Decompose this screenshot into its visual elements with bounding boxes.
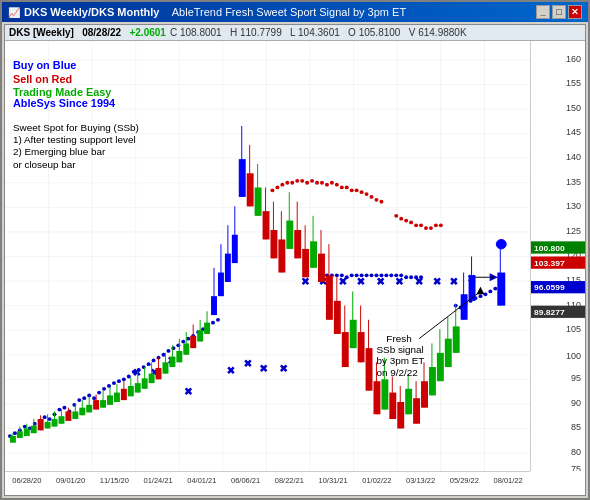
svg-point-125 xyxy=(394,214,398,218)
chart-ohlcv: C 108.8001 H 110.7799 L 104.3601 O 105.8… xyxy=(170,27,467,38)
minimize-button[interactable]: _ xyxy=(536,5,550,19)
chart-area: × × × × × × × × × × × × × × × × × xyxy=(5,41,585,489)
high-label: H xyxy=(230,27,237,38)
svg-text:Trading Made Easy: Trading Made Easy xyxy=(13,86,112,98)
svg-point-85 xyxy=(389,273,393,277)
x-label-5: 04/01/21 xyxy=(187,476,216,485)
chart-change: +2.0601 xyxy=(129,27,165,38)
svg-point-50 xyxy=(117,379,121,383)
close-button[interactable]: ✕ xyxy=(568,5,582,19)
legend-overlay: Buy on Blue Sell on Red Trading Made Eas… xyxy=(13,60,139,170)
svg-point-112 xyxy=(320,181,324,185)
svg-rect-224 xyxy=(247,173,254,206)
svg-text:Sweet Spot for Buying (SSb): Sweet Spot for Buying (SSb) xyxy=(13,122,139,133)
high-value: 110.7799 xyxy=(240,27,282,38)
svg-rect-246 xyxy=(334,301,341,334)
svg-text:85: 85 xyxy=(571,423,581,433)
svg-rect-278 xyxy=(461,294,468,320)
resistance-dots-red xyxy=(270,179,442,230)
svg-rect-164 xyxy=(38,419,44,430)
svg-rect-174 xyxy=(72,411,78,419)
svg-text:125: 125 xyxy=(566,226,581,236)
svg-point-74 xyxy=(335,273,339,277)
svg-rect-274 xyxy=(445,339,452,367)
svg-text:×: × xyxy=(377,275,383,287)
svg-text:×: × xyxy=(416,275,422,287)
svg-rect-242 xyxy=(318,254,325,282)
svg-text:by 3pm ET: by 3pm ET xyxy=(376,355,424,366)
x-label-11: 05/29/22 xyxy=(450,476,479,485)
svg-rect-202 xyxy=(169,357,175,367)
svg-text:103.397: 103.397 xyxy=(534,259,565,268)
x-label-3: 11/15/20 xyxy=(100,476,129,485)
svg-point-108 xyxy=(300,179,304,183)
vol-label: V xyxy=(409,27,416,38)
svg-point-106 xyxy=(290,181,294,185)
svg-point-134 xyxy=(439,223,443,227)
svg-rect-212 xyxy=(204,323,210,334)
open-value: 105.8100 xyxy=(359,27,401,38)
x-label-1: 06/28/20 xyxy=(12,476,41,485)
svg-point-118 xyxy=(350,188,354,192)
svg-text:×: × xyxy=(396,275,402,287)
svg-text:140: 140 xyxy=(566,152,581,162)
maximize-button[interactable]: □ xyxy=(552,5,566,19)
svg-text:Buy on Blue: Buy on Blue xyxy=(13,60,77,72)
svg-point-47 xyxy=(102,387,106,391)
x-label-8: 10/31/21 xyxy=(319,476,348,485)
x-axis: 06/28/20 09/01/20 11/15/20 01/24/21 04/0… xyxy=(5,471,530,489)
svg-text:135: 135 xyxy=(566,177,581,187)
svg-text:160: 160 xyxy=(566,54,581,64)
svg-rect-252 xyxy=(358,332,365,362)
svg-point-110 xyxy=(310,179,314,183)
svg-rect-192 xyxy=(135,383,141,392)
svg-point-126 xyxy=(399,217,403,221)
svg-rect-260 xyxy=(389,393,396,419)
svg-point-84 xyxy=(384,273,388,277)
svg-point-70 xyxy=(216,318,220,322)
svg-text:×: × xyxy=(451,275,457,287)
svg-text:Sell on Red: Sell on Red xyxy=(13,73,72,85)
svg-text:×: × xyxy=(261,362,267,374)
title-bar-left: 📈 DKS Weekly/DKS Monthly AbleTrend Fresh… xyxy=(8,6,406,18)
svg-text:90: 90 xyxy=(571,398,581,408)
svg-text:100.800: 100.800 xyxy=(534,244,565,253)
svg-point-69 xyxy=(211,321,215,325)
svg-rect-226 xyxy=(255,187,262,215)
chart-header: DKS [Weekly] 08/28/22 +2.0601 C 108.8001… xyxy=(5,25,585,41)
window-title-ticker: DKS Weekly/DKS Monthly xyxy=(24,6,160,18)
svg-rect-254 xyxy=(366,348,373,391)
svg-point-49 xyxy=(112,381,116,385)
chart-date: 08/28/22 xyxy=(82,27,121,38)
svg-rect-228 xyxy=(263,211,270,239)
svg-point-35 xyxy=(43,415,47,419)
svg-point-113 xyxy=(325,183,329,187)
svg-point-109 xyxy=(305,181,309,185)
y-axis: 160 155 150 145 140 135 130 125 120 115 … xyxy=(530,41,585,471)
svg-rect-250 xyxy=(350,320,357,348)
svg-text:105: 105 xyxy=(566,324,581,334)
svg-point-57 xyxy=(152,359,156,363)
svg-text:SSb signal: SSb signal xyxy=(376,344,423,355)
svg-text:2) Emerging blue bar: 2) Emerging blue bar xyxy=(13,147,106,158)
svg-rect-240 xyxy=(310,241,317,267)
svg-point-131 xyxy=(424,226,428,230)
svg-text:×: × xyxy=(245,357,251,369)
x-label-12: 08/01/22 xyxy=(494,476,523,485)
window-controls[interactable]: _ □ ✕ xyxy=(536,5,582,19)
svg-point-29 xyxy=(13,431,17,435)
svg-rect-220 xyxy=(232,235,238,263)
svg-rect-238 xyxy=(302,249,309,277)
svg-text:×: × xyxy=(358,275,364,287)
svg-point-123 xyxy=(374,198,378,202)
svg-point-105 xyxy=(285,181,289,185)
window-title-full: AbleTrend Fresh Sweet Sport Signal by 3p… xyxy=(172,6,406,18)
svg-point-64 xyxy=(186,337,190,341)
svg-rect-176 xyxy=(79,408,85,416)
svg-point-122 xyxy=(370,195,374,199)
svg-text:155: 155 xyxy=(566,79,581,89)
svg-rect-266 xyxy=(413,398,420,424)
svg-text:100: 100 xyxy=(566,351,581,361)
svg-rect-232 xyxy=(278,239,285,272)
svg-rect-244 xyxy=(326,275,333,319)
